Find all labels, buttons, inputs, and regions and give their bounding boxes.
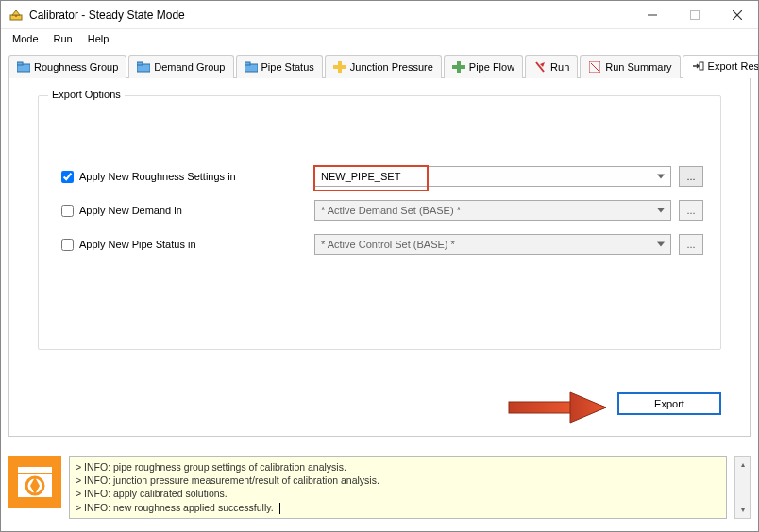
checkbox-demand-label[interactable]: Apply New Demand in bbox=[61, 205, 307, 217]
checkbox-pipe-status[interactable] bbox=[61, 239, 74, 251]
maximize-button[interactable] bbox=[673, 1, 716, 28]
svg-rect-17 bbox=[700, 62, 703, 70]
tab-roughness-group[interactable]: Roughness Group bbox=[8, 55, 126, 78]
run-icon bbox=[533, 60, 547, 74]
tab-pipe-status[interactable]: Pipe Status bbox=[236, 55, 323, 78]
svg-rect-13 bbox=[333, 65, 346, 69]
text-caret-icon bbox=[279, 503, 280, 514]
label-text: Apply New Pipe Status in bbox=[79, 239, 196, 250]
ellipsis-icon: ... bbox=[686, 171, 695, 182]
maximize-icon bbox=[690, 10, 700, 20]
menubar: Mode Run Help bbox=[1, 29, 758, 50]
client-area: Roughness Group Demand Group Pipe Status… bbox=[1, 50, 758, 444]
svg-point-1 bbox=[15, 15, 17, 17]
camera-aperture-icon bbox=[8, 456, 61, 508]
window-title: Calibrator - Steady State Mode bbox=[29, 8, 631, 22]
label-text: Apply New Demand in bbox=[79, 205, 182, 216]
log-line-text: > INFO: new roughness applied successful… bbox=[76, 502, 274, 513]
tab-bar: Roughness Group Demand Group Pipe Status… bbox=[8, 54, 751, 78]
folder-icon bbox=[245, 60, 258, 74]
checkbox-roughness-label[interactable]: Apply New Roughness Settings in bbox=[61, 171, 307, 183]
export-panel: Export Options Apply New Roughness Setti… bbox=[8, 78, 751, 437]
tab-junction-pressure[interactable]: Junction Pressure bbox=[325, 55, 442, 78]
row-roughness: Apply New Roughness Settings in NEW_PIPE… bbox=[61, 166, 703, 187]
group-title: Export Options bbox=[48, 89, 125, 100]
folder-icon bbox=[17, 60, 30, 74]
svg-rect-7 bbox=[17, 62, 23, 65]
tab-label: Junction Pressure bbox=[350, 61, 433, 73]
checkbox-pipe-status-label[interactable]: Apply New Pipe Status in bbox=[61, 239, 307, 251]
folder-icon bbox=[137, 60, 150, 74]
tab-run-summary[interactable]: Run Summary bbox=[580, 55, 680, 78]
tab-demand-group[interactable]: Demand Group bbox=[128, 55, 233, 78]
scroll-up-icon[interactable]: ▴ bbox=[735, 457, 750, 472]
log-line: > INFO: apply calibrated solutions. bbox=[76, 487, 720, 500]
tab-label: Run bbox=[550, 61, 569, 73]
titlebar: Calibrator - Steady State Mode bbox=[1, 1, 758, 29]
menu-mode[interactable]: Mode bbox=[7, 31, 44, 46]
pipe-flow-icon bbox=[452, 60, 465, 74]
browse-demand-button: ... bbox=[679, 200, 703, 221]
tab-run[interactable]: Run bbox=[525, 55, 578, 78]
combo-value: * Active Control Set (BASE) * bbox=[321, 239, 455, 250]
tab-export-results[interactable]: Export Results bbox=[683, 55, 759, 78]
tab-label: Pipe Flow bbox=[469, 61, 514, 73]
export-results-icon bbox=[691, 59, 704, 73]
log-area: > INFO: pipe roughness group settings of… bbox=[8, 456, 751, 519]
export-button-label: Export bbox=[654, 398, 684, 409]
tab-label: Pipe Status bbox=[261, 61, 314, 73]
export-options-group: Export Options Apply New Roughness Setti… bbox=[38, 95, 721, 350]
svg-rect-3 bbox=[690, 10, 699, 19]
export-button[interactable]: Export bbox=[617, 392, 721, 415]
combo-roughness[interactable]: NEW_PIPE_SET bbox=[314, 166, 671, 187]
tab-pipe-flow[interactable]: Pipe Flow bbox=[444, 55, 523, 78]
tab-label: Demand Group bbox=[154, 61, 225, 73]
log-scrollbar[interactable]: ▴ ▾ bbox=[734, 456, 751, 519]
tab-label: Roughness Group bbox=[34, 61, 118, 73]
checkbox-demand[interactable] bbox=[61, 205, 74, 217]
row-pipe-status: Apply New Pipe Status in * Active Contro… bbox=[61, 234, 703, 255]
ellipsis-icon: ... bbox=[686, 239, 695, 250]
log-line: > INFO: pipe roughness group settings of… bbox=[76, 460, 720, 474]
label-text: Apply New Roughness Settings in bbox=[79, 171, 236, 182]
menu-run[interactable]: Run bbox=[48, 31, 78, 46]
svg-rect-18 bbox=[509, 402, 575, 413]
menu-help[interactable]: Help bbox=[82, 31, 115, 46]
checkbox-roughness[interactable] bbox=[61, 171, 74, 183]
run-summary-icon bbox=[588, 60, 601, 74]
browse-pipe-status-button: ... bbox=[679, 234, 703, 255]
tab-label: Export Results bbox=[708, 60, 759, 72]
minimize-button[interactable] bbox=[631, 1, 673, 28]
svg-rect-19 bbox=[18, 467, 52, 473]
browse-roughness-button[interactable]: ... bbox=[679, 166, 703, 187]
scroll-down-icon[interactable]: ▾ bbox=[735, 503, 750, 518]
combo-demand: * Active Demand Set (BASE) * bbox=[314, 200, 671, 221]
log-line: > INFO: junction pressure measurement/re… bbox=[76, 474, 720, 487]
window-controls bbox=[631, 1, 758, 28]
tab-label: Run Summary bbox=[605, 61, 671, 73]
combo-value: NEW_PIPE_SET bbox=[321, 171, 400, 182]
svg-rect-15 bbox=[457, 61, 461, 73]
svg-rect-9 bbox=[137, 62, 143, 65]
log-output[interactable]: > INFO: pipe roughness group settings of… bbox=[69, 456, 727, 519]
ellipsis-icon: ... bbox=[686, 205, 695, 216]
log-line: > INFO: new roughness applied successful… bbox=[76, 501, 720, 514]
app-icon bbox=[8, 8, 24, 23]
minimize-icon bbox=[648, 10, 657, 20]
row-demand: Apply New Demand in * Active Demand Set … bbox=[61, 200, 703, 221]
combo-pipe-status: * Active Control Set (BASE) * bbox=[314, 234, 671, 255]
close-button[interactable] bbox=[716, 1, 758, 28]
annotation-arrow-icon bbox=[504, 387, 608, 428]
svg-rect-11 bbox=[245, 62, 250, 65]
close-icon bbox=[733, 10, 742, 20]
junction-pressure-icon bbox=[333, 60, 346, 74]
combo-value: * Active Demand Set (BASE) * bbox=[321, 205, 461, 216]
